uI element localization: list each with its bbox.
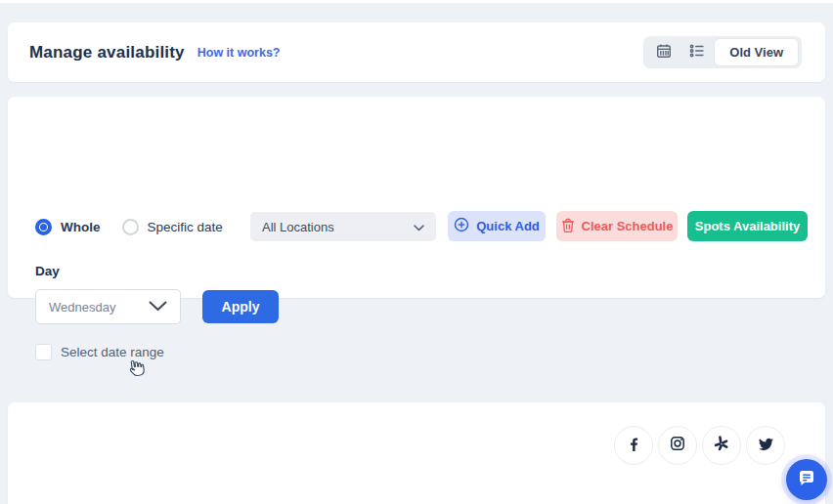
facebook-icon (625, 435, 642, 456)
calendar-view-button[interactable] (647, 39, 680, 65)
twitter-icon (757, 435, 774, 456)
select-date-range-checkbox[interactable] (35, 344, 52, 360)
list-icon (688, 42, 706, 63)
old-view-button[interactable]: Old View (714, 38, 799, 66)
quick-add-label: Quick Add (476, 219, 540, 233)
clear-schedule-label: Clear Schedule (582, 219, 674, 233)
chevron-down-icon (414, 220, 424, 234)
calendar-icon (655, 42, 673, 63)
trash-icon (561, 218, 575, 235)
day-label: Day (35, 264, 60, 278)
page-title: Manage availability (29, 43, 185, 63)
mouse-cursor-hand-icon (127, 357, 149, 385)
instagram-link[interactable] (658, 426, 697, 465)
radio-specific-date-label[interactable]: Specific date (148, 220, 223, 234)
facebook-link[interactable] (614, 426, 653, 465)
availability-panel: Whole Specific date All Locations Quick … (8, 97, 825, 298)
yelp-icon (713, 435, 730, 456)
select-date-range-label[interactable]: Select date range (61, 345, 164, 359)
top-strip (0, 0, 833, 3)
yelp-link[interactable] (702, 426, 741, 465)
location-select-value: All Locations (262, 220, 334, 234)
day-select[interactable]: Wednesday (35, 289, 181, 324)
radio-specific-date[interactable] (122, 219, 139, 235)
radio-whole-label[interactable]: Whole (61, 220, 101, 234)
list-view-button[interactable] (680, 39, 714, 65)
location-select[interactable]: All Locations (250, 212, 436, 241)
view-toggle-group: Old View (643, 36, 802, 68)
chat-bubble-icon (796, 468, 817, 492)
day-select-value: Wednesday (49, 300, 115, 315)
chevron-down-icon (149, 300, 167, 315)
spots-availability-button[interactable]: Spots Availability (687, 211, 808, 241)
quick-add-button[interactable]: Quick Add (448, 211, 546, 241)
chat-widget-button[interactable] (786, 459, 827, 500)
header-card: Manage availability How it works? (8, 22, 825, 82)
plus-circle-icon (454, 217, 469, 235)
apply-button[interactable]: Apply (202, 290, 279, 323)
instagram-icon (669, 435, 686, 456)
footer (8, 402, 825, 504)
how-it-works-link[interactable]: How it works? (197, 46, 281, 60)
clear-schedule-button[interactable]: Clear Schedule (556, 211, 678, 241)
date-mode-radio-group: Whole Specific date (35, 219, 244, 235)
twitter-link[interactable] (746, 426, 785, 465)
radio-whole[interactable] (35, 219, 52, 235)
social-links (614, 426, 785, 465)
date-range-row: Select date range (35, 344, 164, 360)
